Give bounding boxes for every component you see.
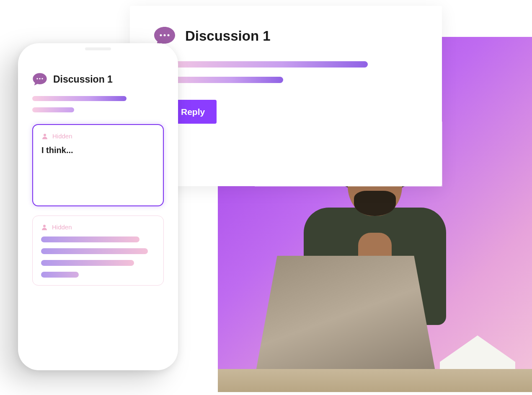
discussion-header: Discussion 1 (153, 26, 418, 46)
author-hidden-label: Hidden (52, 223, 72, 231)
reply-placeholder-line (41, 248, 148, 254)
reply-text-input[interactable]: I think... (41, 146, 155, 155)
phone-screen: Discussion 1 Hidden I think... (28, 55, 168, 286)
reply-placeholder-line (41, 260, 134, 266)
discussion-title: Discussion 1 (185, 28, 271, 44)
content-placeholder-line (153, 61, 368, 68)
reply-button-label: Reply (181, 107, 205, 117)
svg-point-6 (44, 134, 46, 136)
svg-point-3 (36, 78, 38, 79)
laptop (256, 256, 436, 373)
svg-point-4 (39, 78, 40, 79)
reply-placeholder-line (41, 236, 139, 242)
user-icon (41, 133, 48, 140)
desk-surface (218, 369, 532, 392)
svg-point-5 (41, 78, 43, 79)
svg-point-1 (164, 34, 166, 36)
user-icon (41, 224, 48, 231)
reply-placeholder-line (41, 272, 79, 278)
content-placeholder-line (32, 96, 127, 101)
person-beard (354, 191, 396, 216)
svg-point-2 (168, 34, 170, 36)
discussion-title: Discussion 1 (53, 74, 113, 85)
overlay-panel (255, 122, 442, 187)
reply-author-row: Hidden (41, 223, 155, 231)
phone-notch (65, 43, 132, 54)
reply-author-row: Hidden (41, 133, 155, 140)
reply-input-card[interactable]: Hidden I think... (32, 124, 164, 206)
chat-bubble-icon (32, 73, 47, 86)
reply-card[interactable]: Hidden (32, 216, 164, 286)
author-hidden-label: Hidden (52, 133, 72, 140)
phone-mockup: Discussion 1 Hidden I think... (18, 43, 178, 370)
discussion-header: Discussion 1 (32, 73, 164, 86)
content-placeholder-line (32, 107, 74, 112)
svg-point-0 (160, 34, 162, 36)
svg-point-7 (43, 225, 46, 227)
